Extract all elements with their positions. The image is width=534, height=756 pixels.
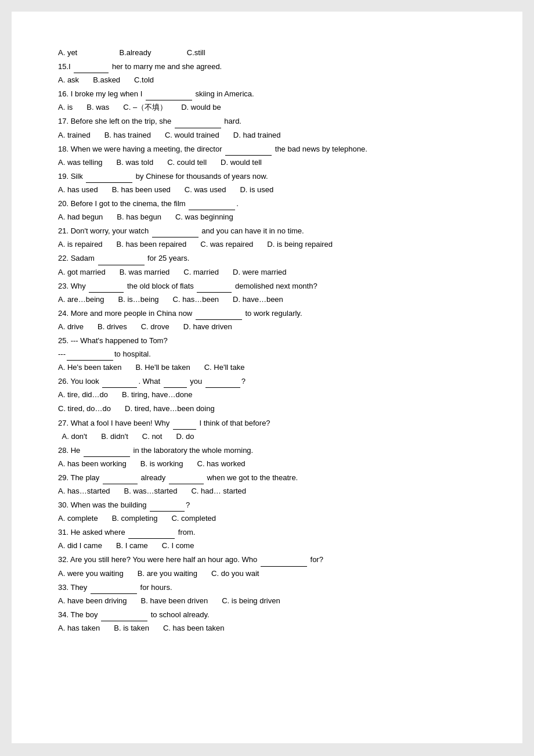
q18-opt-d: D. would tell bbox=[221, 156, 262, 169]
q16-blank bbox=[146, 100, 192, 100]
q27-options: A. don't B. didn't C. not D. do bbox=[58, 430, 476, 443]
q17-text: 17. Before she left on the trip, she har… bbox=[58, 115, 476, 128]
q31-opt-b: B. I came bbox=[116, 539, 148, 552]
q23-options: A. are…being B. is…being C. has…been D. … bbox=[58, 293, 476, 306]
q27-opt-d: D. do bbox=[176, 430, 194, 443]
q34-opt-a: A. has taken bbox=[58, 622, 100, 635]
q30-opt-b: B. completing bbox=[112, 512, 158, 525]
q19-opt-b: B. has been used bbox=[112, 183, 171, 196]
q17-opt-d: D. had trained bbox=[233, 129, 281, 142]
q30-opt-a: A. complete bbox=[58, 512, 98, 525]
q15-text: 15.I her to marry me and she agreed. bbox=[58, 60, 476, 73]
q30-blank bbox=[150, 511, 185, 512]
q19-blank bbox=[86, 182, 132, 183]
question-16: 16. I broke my leg when I skiing in Amer… bbox=[58, 88, 476, 114]
q15-options: A. ask B.asked C.told bbox=[58, 74, 476, 87]
q20-opt-c: C. was beginning bbox=[175, 211, 233, 224]
question-32: 32. Are you still here? You were here ha… bbox=[58, 553, 476, 579]
q23-text: 23. Why the old block of flats demolishe… bbox=[58, 280, 476, 293]
q21-opt-c: C. was repaired bbox=[200, 238, 253, 251]
q23-opt-b: B. is…being bbox=[118, 293, 159, 306]
question-20: 20. Before I got to the cinema, the film… bbox=[58, 197, 476, 224]
q23-opt-d: D. have…been bbox=[233, 293, 283, 306]
q26-blank3 bbox=[205, 387, 240, 388]
q23-blank1 bbox=[89, 292, 124, 293]
q19-opt-c: C. was used bbox=[185, 183, 226, 196]
q24-opt-c: C. drove bbox=[141, 321, 169, 333]
q31-opt-a: A. did I came bbox=[58, 539, 102, 552]
q23-opt-c: C. has…been bbox=[173, 293, 219, 306]
q26-options: A. tire, did…do B. tiring, have…done bbox=[58, 388, 476, 401]
question-28: 28. He in the laboratory the whole morni… bbox=[58, 444, 476, 470]
q29-options: A. has…started B. was…started C. had… st… bbox=[58, 485, 476, 498]
q17-blank bbox=[175, 128, 221, 128]
q27-opt-c: C. not bbox=[142, 430, 163, 443]
question-15: 15.I her to marry me and she agreed. A. … bbox=[58, 60, 476, 87]
q28-text: 28. He in the laboratory the whole morni… bbox=[58, 444, 476, 457]
q28-opt-b: B. is working bbox=[140, 458, 183, 470]
q34-opt-b: B. is taken bbox=[114, 622, 149, 635]
q18-blank bbox=[225, 155, 272, 156]
q24-opt-a: A. drive bbox=[58, 321, 84, 333]
q33-opt-c: C. is being driven bbox=[222, 595, 280, 607]
q19-opt-d: D. is used bbox=[240, 183, 273, 196]
q27-opt-a: A. don't bbox=[58, 430, 87, 443]
q33-blank bbox=[91, 593, 137, 594]
q16-opt-b: B. was bbox=[86, 101, 109, 114]
q27-text: 27. What a fool I have been! Why I think… bbox=[58, 417, 476, 430]
q26-options2: C. tired, do…do D. tired, have…been doin… bbox=[58, 402, 476, 415]
q15-opt-b: B.asked bbox=[93, 74, 120, 87]
q22-text: 22. Sadam for 25 years. bbox=[58, 252, 476, 265]
q19-text: 19. Silk by Chinese for thousands of yea… bbox=[58, 170, 476, 183]
q24-opt-d: D. have driven bbox=[183, 321, 232, 333]
q32-opt-c: C. do you wait bbox=[211, 567, 259, 580]
page: A. yet B.already C.still 15.I her to mar… bbox=[12, 12, 522, 743]
q17-opt-c: C. would trained bbox=[165, 129, 219, 142]
q25-options: A. He's been taken B. He'll be taken C. … bbox=[58, 361, 476, 374]
q28-opt-a: A. has been working bbox=[58, 458, 127, 470]
q24-options: A. drive B. drives C. drove D. have driv… bbox=[58, 321, 476, 333]
q31-blank bbox=[128, 538, 175, 539]
q29-blank1 bbox=[103, 484, 138, 484]
q26-opt-b: B. tiring, have…done bbox=[122, 388, 192, 401]
question-27: 27. What a fool I have been! Why I think… bbox=[58, 417, 476, 443]
question-31: 31. He asked where from. A. did I came B… bbox=[58, 526, 476, 552]
q29-blank2 bbox=[169, 484, 204, 484]
q22-blank bbox=[98, 265, 145, 265]
q27-opt-b: B. didn't bbox=[101, 430, 128, 443]
q18-opt-c: C. could tell bbox=[167, 156, 207, 169]
q16-opt-d: D. would be bbox=[181, 101, 221, 114]
q16-text: 16. I broke my leg when I skiing in Amer… bbox=[58, 88, 476, 100]
q15-opt-a: A. ask bbox=[58, 74, 79, 87]
q21-opt-b: B. has been repaired bbox=[117, 238, 187, 251]
q27-blank bbox=[173, 429, 196, 430]
q18-options: A. was telling B. was told C. could tell… bbox=[58, 156, 476, 169]
q31-opt-c: C. I come bbox=[162, 539, 194, 552]
q24-opt-b: B. drives bbox=[98, 321, 127, 333]
q32-blank bbox=[261, 566, 307, 567]
q24-text: 24. More and more people in China now to… bbox=[58, 307, 476, 320]
q25-text1: 25. --- What's happened to Tom? bbox=[58, 334, 476, 347]
q28-opt-c: C. has worked bbox=[197, 458, 246, 470]
q26-opt-d: D. tired, have…been doing bbox=[125, 402, 215, 415]
q22-opt-b: B. was married bbox=[120, 266, 170, 279]
q29-opt-b: B. was…started bbox=[124, 485, 178, 498]
question-25: 25. --- What's happened to Tom? ---to ho… bbox=[58, 334, 476, 374]
q20-options: A. had begun B. has begun C. was beginni… bbox=[58, 211, 476, 224]
q32-opt-a: A. were you waiting bbox=[58, 567, 124, 580]
q17-opt-a: A. trained bbox=[58, 129, 91, 142]
q30-opt-c: C. completed bbox=[171, 512, 216, 525]
q22-options: A. got married B. was married C. married… bbox=[58, 266, 476, 279]
q33-options: A. have been driving B. have been driven… bbox=[58, 595, 476, 607]
q20-opt-a: A. had begun bbox=[58, 211, 103, 224]
intro-options: A. yet B.already C.still bbox=[58, 46, 476, 59]
q19-options: A. has used B. has been used C. was used… bbox=[58, 183, 476, 196]
q20-blank bbox=[189, 210, 235, 210]
q15-opt-c: C.told bbox=[134, 74, 154, 87]
question-intro: A. yet B.already C.still bbox=[58, 46, 476, 59]
q34-text: 34. The boy to school already. bbox=[58, 609, 476, 621]
q33-text: 33. They for hours. bbox=[58, 581, 476, 594]
q21-opt-a: A. is repaired bbox=[58, 238, 103, 251]
q31-options: A. did I came B. I came C. I come bbox=[58, 539, 476, 552]
q21-text: 21. Don't worry, your watch and you can … bbox=[58, 225, 476, 237]
